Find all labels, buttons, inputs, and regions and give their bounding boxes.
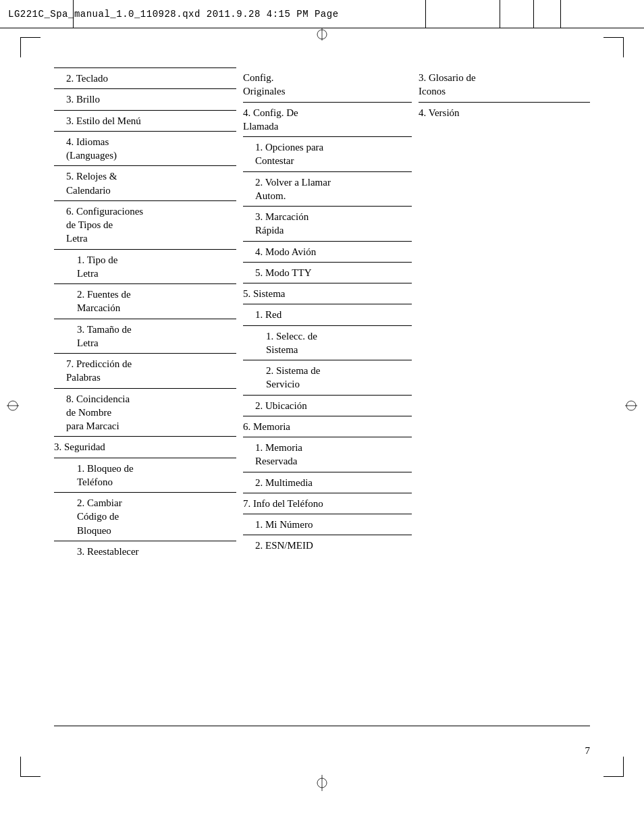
list-item: 4. Idiomas (Languages): [54, 131, 236, 166]
list-item: 1. Selecc. de Sistema: [243, 325, 412, 360]
list-item: 4. Modo Avión: [243, 241, 412, 262]
corner-tl-v: [20, 37, 21, 57]
header-sep-3: [500, 0, 500, 28]
list-item: 2. Volver a Llamar Autom.: [243, 171, 412, 207]
header-sep-4: [533, 0, 534, 28]
item-text: 3. Brillo: [66, 94, 100, 105]
list-item: 1. Bloqueo de Teléfono: [54, 458, 236, 493]
list-item: 4. Versión: [419, 102, 590, 123]
list-item: 3. Reestablecer: [54, 541, 236, 562]
item-text: 1. Red: [255, 309, 281, 320]
item-text: 6. Memoria: [243, 421, 290, 432]
header-sep-5: [560, 0, 561, 28]
list-item: 5. Relojes & Calendario: [54, 165, 236, 200]
list-item: 6. Memoria: [243, 416, 412, 437]
content-area: 2. Teclado3. Brillo3. Estilo del Menú4. …: [54, 67, 590, 726]
list-item: Config. Originales: [243, 67, 412, 102]
corner-br-v: [623, 757, 624, 777]
item-text: 6. Configuraciones de Tipos de Letra: [66, 206, 143, 244]
list-item: 2. ESN/MEID: [243, 535, 412, 555]
list-item: 1. Opciones para Contestar: [243, 136, 412, 171]
item-text: 2. Volver a Llamar Autom.: [255, 177, 331, 201]
corner-bl-v: [20, 757, 21, 777]
list-item: 2. Sistema de Servicio: [243, 360, 412, 395]
item-text: 3. Marcación Rápida: [255, 211, 308, 236]
header-text: LG221C_Spa_manual_1.0_110928.qxd 2011.9.…: [8, 9, 339, 20]
column-3: 3. Glosario de Iconos4. Versión: [419, 67, 590, 726]
header-sep-1: [73, 0, 74, 28]
list-item: 2. Multimedia: [243, 472, 412, 493]
reg-mark-top: [314, 28, 330, 43]
item-text: 7. Predicción de Palabras: [66, 358, 132, 383]
item-text: 1. Mi Número: [255, 519, 313, 530]
corner-tr-v: [623, 37, 624, 57]
item-text: 3. Reestablecer: [77, 546, 139, 557]
list-item: 3. Marcación Rápida: [243, 206, 412, 241]
item-text: 4. Config. De Llamada: [243, 107, 298, 132]
list-item: 5. Sistema: [243, 283, 412, 304]
page-number: 7: [585, 745, 591, 757]
list-item: 4. Config. De Llamada: [243, 102, 412, 137]
item-text: 1. Memoria Reservada: [255, 442, 302, 466]
reg-mark-left: [7, 398, 19, 416]
item-text: 1. Tipo de Letra: [77, 254, 117, 279]
reg-mark-bottom: [314, 775, 330, 794]
list-item: 3. Tamaño de Letra: [54, 319, 236, 354]
item-text: 7. Info del Teléfono: [243, 498, 323, 509]
item-text: 2. Fuentes de Marcación: [77, 289, 131, 313]
header-bar: LG221C_Spa_manual_1.0_110928.qxd 2011.9.…: [0, 0, 644, 28]
list-item: 3. Glosario de Iconos: [419, 67, 590, 102]
item-text: 2. Cambiar Código de Bloqueo: [77, 497, 122, 536]
item-text: 5. Modo TTY: [255, 267, 311, 278]
list-item: 3. Seguridad: [54, 436, 236, 457]
item-text: 4. Modo Avión: [255, 246, 316, 257]
list-item: 7. Predicción de Palabras: [54, 353, 236, 388]
item-text: 8. Coincidencia de Nombre para Marcaci: [66, 394, 130, 432]
header-sep-2: [425, 0, 426, 28]
item-text: 2. Multimedia: [255, 477, 313, 488]
item-text: 3. Glosario de Iconos: [419, 72, 476, 97]
column-2: Config. Originales4. Config. De Llamada1…: [243, 67, 419, 726]
bottom-rule: [54, 726, 590, 726]
item-text: 5. Sistema: [243, 288, 286, 299]
corner-br-h: [603, 776, 624, 777]
list-item: 2. Fuentes de Marcación: [54, 283, 236, 319]
reg-mark-right: [625, 398, 637, 416]
item-text: 1. Selecc. de Sistema: [266, 331, 317, 355]
item-text: 2. Teclado: [66, 73, 108, 84]
corner-tl-h: [20, 37, 41, 38]
list-item: 5. Modo TTY: [243, 262, 412, 283]
list-item: 2. Cambiar Código de Bloqueo: [54, 492, 236, 541]
list-item: 3. Brillo: [54, 88, 236, 109]
corner-bl-h: [20, 776, 41, 777]
list-item: 1. Tipo de Letra: [54, 249, 236, 284]
list-item: 7. Info del Teléfono: [243, 493, 412, 514]
item-text: 2. Sistema de Servicio: [266, 365, 320, 389]
item-text: 3. Seguridad: [54, 441, 105, 452]
list-item: 3. Estilo del Menú: [54, 110, 236, 131]
corner-tr-h: [603, 37, 624, 38]
item-text: 2. ESN/MEID: [255, 540, 313, 551]
item-text: 2. Ubicación: [255, 400, 307, 411]
item-text: Config. Originales: [243, 72, 285, 97]
item-text: 3. Estilo del Menú: [66, 115, 141, 126]
list-item: 6. Configuraciones de Tipos de Letra: [54, 200, 236, 249]
list-item: 2. Ubicación: [243, 395, 412, 416]
item-text: 1. Bloqueo de Teléfono: [77, 463, 134, 487]
list-item: 1. Mi Número: [243, 514, 412, 535]
item-text: 4. Versión: [419, 107, 460, 118]
item-text: 3. Tamaño de Letra: [77, 324, 132, 348]
list-item: 8. Coincidencia de Nombre para Marcaci: [54, 388, 236, 437]
item-text: 1. Opciones para Contestar: [255, 142, 323, 166]
list-item: 1. Memoria Reservada: [243, 437, 412, 472]
column-1: 2. Teclado3. Brillo3. Estilo del Menú4. …: [54, 67, 243, 726]
item-text: 5. Relojes & Calendario: [66, 171, 117, 195]
list-item: 1. Red: [243, 304, 412, 325]
list-item: 2. Teclado: [54, 67, 236, 88]
item-text: 4. Idiomas (Languages): [66, 136, 117, 161]
